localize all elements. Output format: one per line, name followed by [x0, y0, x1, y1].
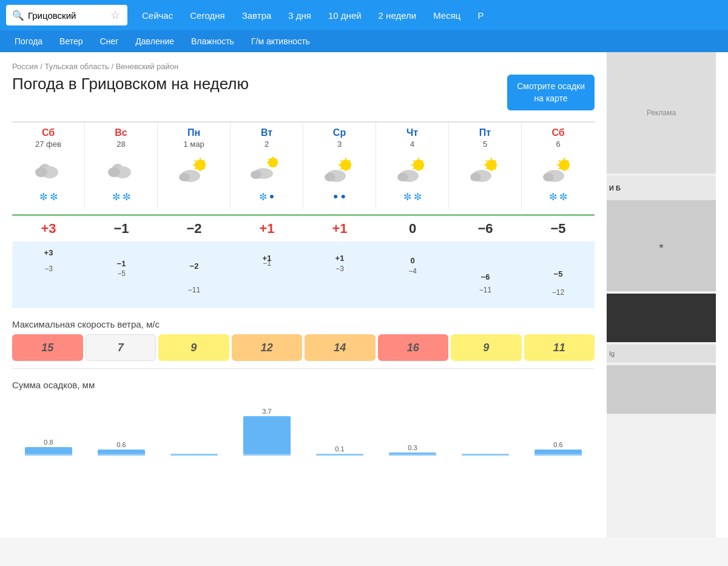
nav-2weeks[interactable]: 2 недели: [370, 7, 425, 24]
nav-segodnya[interactable]: Сегодня: [181, 7, 234, 24]
svg-point-52: [470, 173, 481, 181]
breadcrumb-sep2: /: [111, 62, 115, 71]
day-column: Чт 4 ✼✼: [376, 123, 449, 209]
map-button[interactable]: Смотрите осадки на карте: [507, 75, 595, 110]
temp-high: −6: [477, 221, 493, 237]
rain-icon: ●: [269, 191, 274, 204]
nav-links: Сейчас Сегодня Завтра 3 дня 10 дней 2 не…: [133, 7, 492, 24]
precip-bars-grid: 0.8 0.6 3.7 0.1 0.3 0.6: [12, 395, 595, 456]
svg-point-32: [325, 173, 335, 181]
sidebar-label: Ig: [607, 345, 716, 363]
temp-bar-low-label: −4: [408, 267, 417, 275]
temp-section: +3 −1 −2 +1 +1 0 −6 −5: [12, 214, 595, 241]
svg-line-37: [413, 160, 414, 161]
rain-icon: ●: [341, 191, 346, 204]
title-row: Погода в Грицовском на неделю Смотрите о…: [12, 75, 595, 110]
nav-3days[interactable]: 3 дня: [280, 7, 320, 24]
wind-cell: 11: [524, 334, 595, 361]
day-column: Сб 6 ✼✼: [522, 123, 595, 209]
svg-line-30: [349, 168, 350, 169]
svg-line-59: [567, 160, 568, 161]
temp-column: −2: [158, 216, 231, 241]
temp-bar-low-label: −11: [188, 286, 200, 294]
map-button-line2: на карте: [534, 93, 567, 103]
search-icon: 🔍: [12, 10, 24, 21]
subnav-gm[interactable]: Г/м активность: [243, 30, 318, 52]
precip-bar: [170, 454, 218, 456]
temp-bars-chart: +3 −3 −1 −5 −2 −11 +1 −1 +1 −3 0 −4 −6 −…: [12, 241, 595, 308]
temp-high: −1: [113, 221, 129, 237]
nav-month[interactable]: Месяц: [425, 7, 469, 24]
nav-more[interactable]: Р: [469, 7, 492, 24]
snow-icon: ✼: [259, 191, 267, 204]
breadcrumb-sep1: /: [40, 62, 44, 71]
snow-icon: ✼: [559, 191, 567, 204]
svg-line-38: [413, 168, 414, 169]
day-column: Пт 5: [449, 123, 522, 209]
subnav-pogoda[interactable]: Погода: [6, 30, 51, 52]
day-date: 6: [556, 140, 560, 149]
precip-bar: [462, 454, 509, 456]
nav-10days[interactable]: 10 дней: [320, 7, 370, 24]
wind-cell: 16: [378, 334, 449, 361]
temp-bars-visual: +3 −3 −1 −5 −2 −11 +1 −1 +1 −3 0 −4 −6 −…: [12, 241, 595, 308]
content-wrapper: Россия / Тульская область / Веневский ра…: [0, 52, 728, 537]
day-date: 3: [337, 140, 342, 149]
svg-line-39: [422, 160, 423, 161]
temp-bar-column: −2 −11: [158, 241, 231, 308]
temp-column: −5: [522, 216, 595, 241]
svg-line-28: [340, 168, 342, 169]
sidebar-ad-1: Реклама: [607, 52, 716, 174]
nav-seychas[interactable]: Сейчас: [133, 7, 181, 24]
breadcrumb-venev[interactable]: Веневский район: [116, 62, 179, 71]
day-date: 4: [410, 140, 414, 149]
snow-icon: ✼: [403, 191, 411, 204]
favorite-star-icon[interactable]: ☆: [110, 8, 120, 22]
wind-cell: 7: [86, 334, 157, 361]
temp-high: −5: [550, 221, 565, 237]
map-button-line1: Смотрите осадки: [517, 81, 585, 91]
day-date: 28: [116, 140, 125, 149]
day-name: Чт: [406, 127, 418, 138]
svg-line-60: [567, 168, 568, 169]
temp-bar-column: +1 −3: [303, 241, 376, 308]
nav-zavtra[interactable]: Завтра: [234, 7, 280, 24]
day-name: Сб: [551, 127, 564, 138]
wind-cell: 9: [158, 334, 229, 361]
temp-bar-column: −6 −11: [449, 241, 522, 308]
svg-line-11: [195, 168, 196, 169]
weather-icon: [540, 152, 576, 189]
day-date: 1 мар: [183, 140, 204, 149]
temp-bar-column: +3 −3: [12, 241, 85, 308]
temp-column: +1: [303, 216, 376, 241]
precip-value: 0.6: [553, 441, 562, 448]
svg-point-62: [543, 173, 554, 181]
temp-bar-high-label: 0: [410, 256, 414, 265]
page-title: Погода в Грицовском на неделю: [12, 75, 249, 93]
day-column: Пн 1 мар: [158, 123, 231, 209]
subnav-sneg[interactable]: Снег: [92, 30, 127, 52]
wind-cell: 9: [451, 334, 522, 361]
search-input[interactable]: [28, 10, 107, 21]
temp-bar-column: −1 −5: [85, 241, 158, 308]
temp-bar-low-label: −11: [479, 286, 491, 294]
weather-icon: [30, 152, 67, 189]
precip-value: 3.7: [262, 408, 271, 415]
svg-line-49: [494, 160, 496, 161]
precip-icons: ✼✼: [112, 191, 130, 204]
breadcrumb-russia[interactable]: Россия: [12, 62, 38, 71]
breadcrumb-tula[interactable]: Тульская область: [45, 62, 109, 71]
temp-bar-high-label: −6: [481, 272, 490, 281]
temp-column: +3: [12, 216, 85, 241]
sidebar: Реклама И Б ★ Ig: [607, 52, 716, 537]
subnav-davlenie[interactable]: Давление: [127, 30, 183, 52]
day-column: Вс 28 ✼✼: [85, 123, 158, 209]
precip-icons: ✼●: [259, 191, 274, 204]
svg-line-57: [559, 160, 560, 161]
precip-bar-column: 0.6: [85, 395, 158, 456]
subnav-veter[interactable]: Ветер: [51, 30, 92, 52]
svg-point-22: [251, 170, 261, 179]
snow-icon: ✼: [39, 191, 47, 204]
subnav-vlazhnost[interactable]: Влажность: [183, 30, 243, 52]
temp-high: +1: [332, 221, 347, 237]
